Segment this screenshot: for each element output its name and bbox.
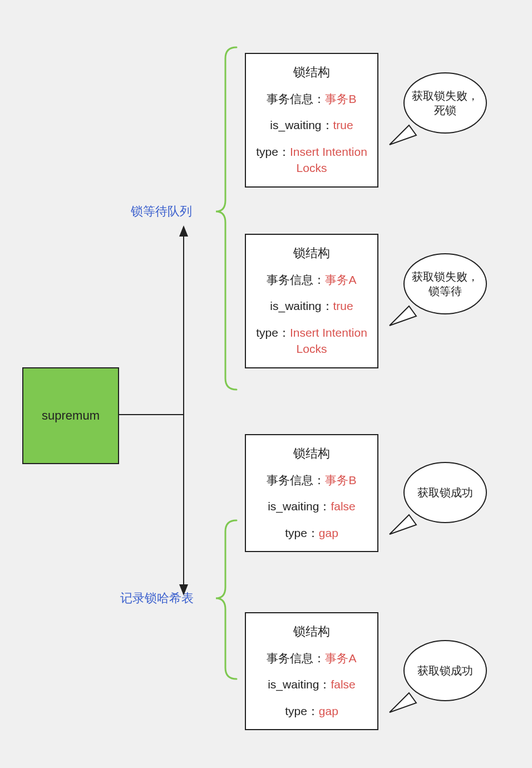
lock-tx-row: 事务信息：事务B [252, 472, 372, 488]
bubble-b2: 获取锁失败，锁等待 [403, 253, 487, 314]
bubble-b3: 获取锁成功 [403, 462, 487, 523]
wait-val: true [333, 119, 353, 131]
svg-marker-2 [179, 225, 188, 237]
tx-val: 事务A [325, 652, 356, 664]
lock-tx-row: 事务信息：事务A [252, 650, 372, 666]
lock-wait-row: is_waiting：true [252, 117, 372, 133]
lock-box-b3: 锁结构 事务信息：事务B is_waiting：false type：gap [245, 434, 378, 552]
tx-label: 事务信息： [267, 273, 325, 286]
bubble-text: 获取锁失败，死锁 [409, 88, 481, 117]
section-label-hashtable: 记录锁哈希表 [120, 590, 194, 607]
type-label: type： [256, 326, 290, 339]
type-label: type： [256, 145, 290, 158]
supremum-label: supremum [42, 408, 100, 423]
type-val: gap [319, 705, 338, 717]
wait-label: is_waiting： [268, 500, 331, 513]
lock-tx-row: 事务信息：事务B [252, 91, 372, 107]
bubble-text: 获取锁成功 [417, 485, 473, 500]
bubble-b1: 获取锁失败，死锁 [403, 72, 487, 134]
type-val: Insert Intention Locks [290, 326, 367, 355]
lock-type-row: type：gap [252, 703, 372, 719]
brace-waitqueue [216, 47, 237, 390]
brace-hashtable [216, 520, 237, 679]
type-val: Insert Intention Locks [290, 145, 367, 174]
type-val: gap [319, 526, 338, 539]
tx-val: 事务B [325, 474, 356, 486]
wait-label: is_waiting： [268, 678, 331, 691]
wait-val: false [331, 678, 355, 691]
lock-title: 锁结构 [252, 245, 372, 262]
section-label-waitqueue: 锁等待队列 [131, 203, 192, 220]
lock-box-b2: 锁结构 事务信息：事务A is_waiting：true type：Insert… [245, 234, 378, 368]
bubble-text: 获取锁成功 [417, 663, 473, 678]
bubble-tails [390, 125, 416, 712]
wait-label: is_waiting： [270, 299, 333, 312]
wait-val: true [333, 299, 353, 312]
bubble-b4: 获取锁成功 [403, 640, 487, 701]
lock-wait-row: is_waiting：true [252, 298, 372, 314]
lock-title: 锁结构 [252, 623, 372, 640]
diagram-canvas: supremum 锁结构 事务信息：事务B is_waiting：true ty… [0, 0, 532, 768]
lock-tx-row: 事务信息：事务A [252, 272, 372, 288]
tx-label: 事务信息： [267, 652, 325, 664]
tx-label: 事务信息： [267, 474, 325, 486]
lock-type-row: type：Insert Intention Locks [252, 324, 372, 357]
bubble-text: 获取锁失败，锁等待 [409, 269, 481, 298]
lock-wait-row: is_waiting：false [252, 676, 372, 692]
tx-label: 事务信息： [267, 92, 325, 105]
type-label: type： [285, 705, 319, 717]
lock-type-row: type：Insert Intention Locks [252, 144, 372, 176]
lock-box-b1: 锁结构 事务信息：事务B is_waiting：true type：Insert… [245, 53, 378, 188]
lock-wait-row: is_waiting：false [252, 498, 372, 514]
tx-val: 事务B [325, 92, 356, 105]
lock-box-b4: 锁结构 事务信息：事务A is_waiting：false type：gap [245, 612, 378, 730]
lock-title: 锁结构 [252, 64, 372, 81]
lock-type-row: type：gap [252, 525, 372, 541]
wait-val: false [331, 500, 355, 513]
wait-label: is_waiting： [270, 119, 333, 131]
supremum-node: supremum [22, 367, 119, 464]
tx-val: 事务A [325, 273, 356, 286]
lock-title: 锁结构 [252, 445, 372, 462]
type-label: type： [285, 526, 319, 539]
